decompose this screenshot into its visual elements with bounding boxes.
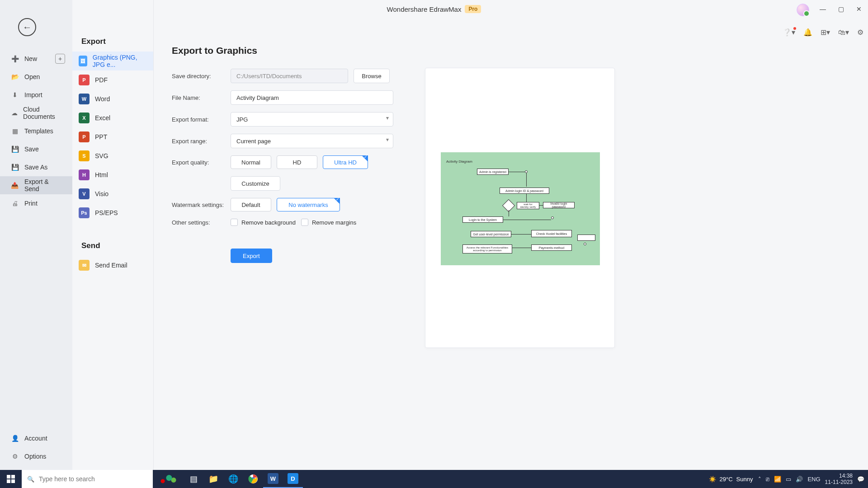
export-type-excel[interactable]: X Excel	[72, 108, 153, 127]
meet-now-icon[interactable]: ⎚	[766, 476, 769, 483]
svg-rect-0	[7, 475, 10, 479]
export-type-column: Export 🖼 Graphics (PNG, JPG e... P PDF W…	[72, 0, 154, 470]
pv-line	[539, 205, 543, 206]
pv-box-9: Payments method	[531, 244, 572, 251]
nav-new[interactable]: ➕ New +	[0, 50, 72, 68]
page-title: Export to Graphics	[172, 45, 850, 56]
excel-icon: X	[79, 113, 90, 123]
label-export-range: Export range:	[172, 138, 231, 145]
export-type-graphics[interactable]: 🖼 Graphics (PNG, JPG e...	[72, 52, 153, 70]
start-button[interactable]	[0, 470, 22, 488]
volume-icon[interactable]: 🔊	[796, 476, 803, 483]
quality-ultra-hd[interactable]: Ultra HD	[323, 155, 368, 169]
browse-button[interactable]: Browse	[354, 69, 390, 83]
watermark-default[interactable]: Default	[231, 198, 271, 211]
pv-line	[509, 210, 509, 216]
svg-icon: S	[79, 150, 90, 161]
taskbar-edrawmax[interactable]: D	[283, 470, 303, 488]
send-email[interactable]: ✉ Send Email	[72, 256, 153, 275]
avatar[interactable]	[797, 4, 809, 16]
export-type-ppt[interactable]: P PPT	[72, 127, 153, 146]
nav-label: Print	[24, 200, 38, 207]
export-icon: 📤	[11, 181, 19, 189]
pdf-icon: P	[79, 75, 90, 85]
pv-dot	[584, 243, 586, 245]
remove-margins-checkbox[interactable]: Remove margins	[301, 219, 356, 226]
export-type-label: PPT	[95, 133, 107, 141]
pv-box-2: Admin login ID & password	[500, 188, 549, 194]
plus-square-icon: ➕	[11, 55, 19, 63]
label-other-settings: Other settings:	[172, 219, 231, 226]
notifications-icon[interactable]: 💬	[857, 476, 864, 483]
preview-diagram: Activity Diagram Admin is registered Adm…	[441, 152, 600, 265]
pv-dot	[551, 216, 554, 219]
export-type-label: Visio	[95, 190, 108, 197]
nav-label: Export & Send	[24, 178, 65, 192]
nav-label: Account	[24, 435, 47, 442]
customize-button[interactable]: Customize	[231, 176, 280, 191]
language-indicator[interactable]: ENG	[807, 476, 820, 483]
remove-background-checkbox[interactable]: Remove background	[231, 219, 296, 226]
search-input[interactable]	[39, 475, 129, 483]
new-add-button[interactable]: +	[55, 54, 65, 64]
nav-account[interactable]: 👤 Account	[0, 429, 72, 447]
export-type-pdf[interactable]: P PDF	[72, 70, 153, 89]
weather-temp: 29°C	[720, 476, 733, 483]
nav-import[interactable]: ⬇ Import	[0, 86, 72, 104]
chevron-up-icon[interactable]: ˄	[758, 476, 761, 483]
taskbar: 🔍 ▤ 📁 🌐 W D ☀️ 29°C Sunny ˄ ⎚ 📶 ▭ 🔊 ENG …	[0, 470, 868, 488]
taskbar-edge[interactable]: 🌐	[223, 470, 243, 488]
quality-hd[interactable]: HD	[277, 155, 317, 169]
taskbar-weather[interactable]: ☀️ 29°C Sunny	[709, 476, 753, 483]
export-type-label: PS/EPS	[95, 209, 118, 216]
taskbar-search[interactable]: 🔍	[22, 470, 153, 488]
export-type-svg[interactable]: S SVG	[72, 146, 153, 165]
minimize-button[interactable]: —	[814, 0, 832, 18]
taskbar-file-explorer[interactable]: 📁	[203, 470, 223, 488]
taskbar-chrome[interactable]	[243, 470, 263, 488]
file-name-input[interactable]	[231, 90, 393, 105]
nav-export-send[interactable]: 📤 Export & Send	[0, 176, 72, 194]
export-type-label: Word	[95, 95, 110, 103]
export-range-select[interactable]	[231, 134, 393, 148]
taskbar-word[interactable]: W	[263, 470, 283, 488]
close-button[interactable]: ✕	[850, 0, 868, 18]
export-type-word[interactable]: W Word	[72, 89, 153, 108]
checkbox-label: Remove margins	[312, 219, 356, 226]
taskbar-datetime[interactable]: 14:38 11-11-2023	[825, 473, 853, 486]
export-type-html[interactable]: H Html	[72, 165, 153, 184]
maximize-button[interactable]: ▢	[832, 0, 850, 18]
watermark-none[interactable]: No watermarks	[277, 198, 340, 211]
export-type-visio[interactable]: V Visio	[72, 184, 153, 203]
pv-box-1: Admin is registered	[477, 169, 509, 175]
quality-normal[interactable]: Normal	[231, 155, 271, 169]
export-type-label: SVG	[95, 152, 108, 160]
back-button[interactable]: ←	[18, 18, 36, 36]
nav-label: Save As	[24, 164, 47, 171]
wifi-icon[interactable]: 📶	[774, 476, 781, 483]
html-icon: H	[79, 169, 90, 180]
svg-rect-3	[11, 479, 15, 483]
nav-save-as[interactable]: 💾 Save As	[0, 158, 72, 176]
nav-cloud-documents[interactable]: ☁ Cloud Documents	[0, 104, 72, 122]
pv-line	[512, 248, 531, 248]
nav-print[interactable]: 🖨 Print	[0, 194, 72, 212]
svg-rect-2	[7, 479, 10, 483]
export-type-label: PDF	[95, 76, 108, 84]
nav-open[interactable]: 📂 Open	[0, 68, 72, 86]
search-icon: 🔍	[27, 476, 34, 483]
nav-options[interactable]: ⚙ Options	[0, 447, 72, 465]
export-button[interactable]: Export	[231, 249, 272, 263]
send-heading: Send	[72, 236, 153, 256]
export-format-select[interactable]	[231, 112, 393, 127]
nav-save[interactable]: 💾 Save	[0, 140, 72, 158]
save-directory-input[interactable]	[231, 69, 348, 83]
edrawmax-icon: D	[288, 473, 298, 484]
battery-icon[interactable]: ▭	[786, 476, 791, 483]
email-icon: ✉	[79, 260, 90, 271]
export-type-pseps[interactable]: Ps PS/EPS	[72, 203, 153, 222]
user-icon: 👤	[11, 434, 19, 442]
task-view-button[interactable]: ▤	[184, 470, 203, 488]
preview-panel: Activity Diagram Admin is registered Adm…	[425, 68, 615, 348]
nav-templates[interactable]: ▦ Templates	[0, 122, 72, 140]
